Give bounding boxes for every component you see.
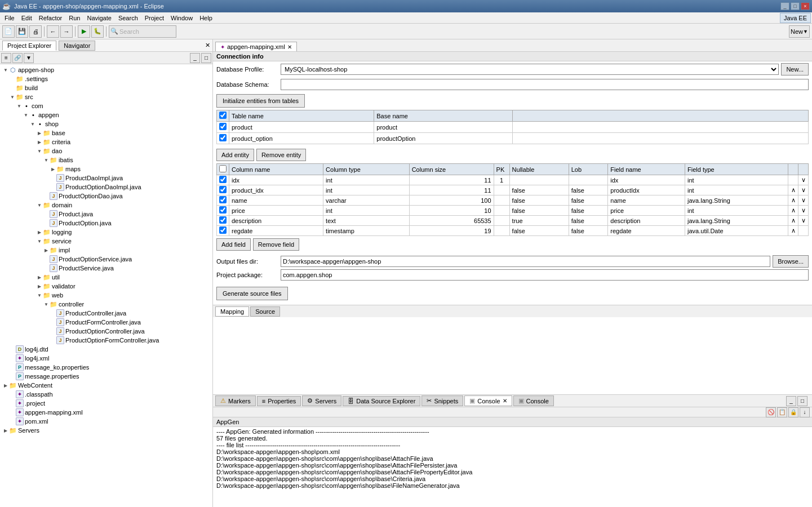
console-tab-console2[interactable]: ▣ Console bbox=[513, 395, 554, 406]
tree-item[interactable]: Pmessage.properties bbox=[0, 372, 212, 381]
tree-toggle-icon[interactable]: ▼ bbox=[36, 293, 43, 298]
tree-item[interactable]: ▼📁web bbox=[0, 291, 212, 300]
field-up-btn[interactable]: ∧ bbox=[788, 206, 798, 216]
add-entity-btn[interactable]: Add entity bbox=[216, 149, 254, 161]
tree-item[interactable]: ✦.classpath bbox=[0, 390, 212, 399]
tree-item[interactable]: JProduct.java bbox=[0, 210, 212, 219]
editor-tab-mapping-xml[interactable]: ✦ appgen-mapping.xml ✕ bbox=[215, 42, 297, 51]
maximize-btn[interactable]: □ bbox=[791, 2, 800, 10]
tree-item[interactable]: ▼•com bbox=[0, 101, 212, 110]
tree-item[interactable]: ✦pom.xml bbox=[0, 417, 212, 426]
add-field-btn[interactable]: Add field bbox=[216, 238, 251, 251]
tree-toggle-icon[interactable]: ▼ bbox=[36, 203, 43, 208]
tree-item[interactable]: JProductService.java bbox=[0, 264, 212, 273]
console1-close-btn[interactable]: ✕ bbox=[503, 398, 507, 404]
tree-item[interactable]: JProductController.java bbox=[0, 309, 212, 318]
field-down-btn[interactable]: ∨ bbox=[798, 216, 809, 226]
console-copy-btn[interactable]: 📋 bbox=[777, 407, 787, 417]
field-row-check[interactable] bbox=[219, 176, 227, 183]
tree-toggle-icon[interactable]: ▼ bbox=[43, 158, 50, 163]
tree-item[interactable]: ▶📁criteria bbox=[0, 137, 212, 146]
remove-entity-btn[interactable]: Remove entity bbox=[256, 149, 306, 161]
field-up-btn[interactable] bbox=[788, 175, 798, 185]
console-tab-servers[interactable]: ⚙ Servers bbox=[302, 395, 341, 406]
field-down-btn[interactable]: ∨ bbox=[798, 185, 809, 195]
tree-item[interactable]: JProductOptionFormController.java bbox=[0, 336, 212, 345]
panel-close-btn[interactable]: ✕ bbox=[205, 42, 210, 49]
table-check-all[interactable] bbox=[219, 112, 227, 119]
tree-toggle-icon[interactable]: ▼ bbox=[29, 122, 36, 127]
search-btn[interactable]: 🔍 Search bbox=[109, 25, 176, 38]
save-btn[interactable]: 💾 bbox=[16, 25, 28, 38]
menu-help[interactable]: Help bbox=[196, 14, 216, 23]
remove-field-btn[interactable]: Remove field bbox=[253, 238, 299, 251]
field-up-btn[interactable]: ∧ bbox=[788, 195, 798, 206]
menu-project[interactable]: Project bbox=[141, 14, 167, 23]
output-dir-input[interactable] bbox=[281, 256, 770, 267]
menu-file[interactable]: File bbox=[1, 14, 18, 23]
field-row-check[interactable] bbox=[219, 186, 227, 193]
titlebar-controls[interactable]: _ □ × bbox=[780, 2, 810, 10]
console-tab-snippets[interactable]: ✂ Snippets bbox=[421, 395, 463, 406]
tree-item[interactable]: ▶📁logging bbox=[0, 228, 212, 237]
console-tab-properties[interactable]: ≡ Properties bbox=[257, 396, 301, 406]
field-down-btn[interactable]: ∨ bbox=[798, 206, 809, 216]
field-row-check[interactable] bbox=[219, 196, 227, 203]
tree-item[interactable]: ▼•shop bbox=[0, 119, 212, 128]
tree-item[interactable]: ▼•appgen bbox=[0, 110, 212, 119]
tree-item[interactable]: ▶📁base bbox=[0, 128, 212, 137]
console-tab-datasource[interactable]: 🗄 Data Source Explorer bbox=[343, 396, 420, 406]
menu-navigate[interactable]: Navigate bbox=[83, 14, 114, 23]
minimize-btn[interactable]: _ bbox=[780, 2, 789, 10]
tree-item[interactable]: 📁.settings bbox=[0, 74, 212, 83]
maximize-view-btn[interactable]: □ bbox=[201, 53, 211, 63]
tree-toggle-icon[interactable]: ▼ bbox=[36, 149, 43, 154]
console-clear-btn[interactable]: 🚫 bbox=[766, 407, 776, 417]
tree-toggle-icon[interactable]: ▶ bbox=[2, 383, 9, 388]
tree-item[interactable]: ▼📁service bbox=[0, 237, 212, 246]
table-row-check[interactable] bbox=[219, 123, 227, 130]
tree-toggle-icon[interactable]: ▶ bbox=[36, 131, 43, 136]
project-pkg-input[interactable] bbox=[281, 269, 809, 281]
field-row-check[interactable] bbox=[219, 216, 227, 224]
mapping-tab-mapping[interactable]: Mapping bbox=[215, 306, 249, 317]
tree-item[interactable]: Dlog4j.dtd bbox=[0, 345, 212, 354]
field-row[interactable]: product_idx int 11 false false productId… bbox=[217, 185, 809, 195]
field-up-btn[interactable]: ∧ bbox=[788, 226, 798, 236]
tree-item[interactable]: ▶📁Servers bbox=[0, 426, 212, 435]
tree-item[interactable]: ▶📁impl bbox=[0, 246, 212, 255]
field-up-btn[interactable]: ∧ bbox=[788, 216, 798, 226]
tree-item[interactable]: JProductOptionController.java bbox=[0, 327, 212, 336]
back-btn[interactable]: ← bbox=[47, 25, 59, 38]
tree-toggle-icon[interactable]: ▼ bbox=[23, 113, 29, 118]
tree-toggle-icon[interactable]: ▼ bbox=[36, 239, 43, 244]
tree-item[interactable]: JProductOption.java bbox=[0, 219, 212, 228]
tree-item[interactable]: ▼⬡appgen-shop bbox=[0, 65, 212, 74]
field-row[interactable]: regdate timestamp 19 false false regdate… bbox=[217, 226, 809, 236]
field-down-btn[interactable]: ∨ bbox=[798, 195, 809, 206]
menu-search[interactable]: Search bbox=[115, 14, 141, 23]
tree-toggle-icon[interactable]: ▶ bbox=[36, 230, 43, 235]
console-tab-markers[interactable]: ⚠ Markers bbox=[215, 395, 256, 406]
fwd-btn[interactable]: → bbox=[60, 25, 73, 38]
menu-refactor[interactable]: Refactor bbox=[36, 14, 66, 23]
tree-toggle-icon[interactable]: ▶ bbox=[50, 167, 56, 172]
tree-item[interactable]: ✦appgen-mapping.xml bbox=[0, 408, 212, 417]
tree-item[interactable]: ▼📁controller bbox=[0, 300, 212, 309]
console-scroll-end-btn[interactable]: ↓ bbox=[800, 407, 810, 417]
new-btn[interactable]: 📄 bbox=[2, 25, 15, 38]
tree-item[interactable]: JProductOptionService.java bbox=[0, 255, 212, 264]
field-down-btn[interactable] bbox=[798, 226, 809, 236]
db-schema-input[interactable] bbox=[281, 79, 809, 90]
tree-item[interactable]: 📁build bbox=[0, 83, 212, 92]
tree-item[interactable]: ▼📁dao bbox=[0, 146, 212, 155]
tab-navigator[interactable]: Navigator bbox=[59, 41, 95, 51]
tree-toggle-icon[interactable]: ▶ bbox=[36, 140, 43, 145]
tree-item[interactable]: ▶📁util bbox=[0, 273, 212, 282]
tree-item[interactable]: ▼📁src bbox=[0, 92, 212, 101]
tab-project-explorer[interactable]: Project Explorer bbox=[2, 41, 56, 51]
field-check-all[interactable] bbox=[219, 165, 227, 172]
console-scroll-lock-btn[interactable]: 🔒 bbox=[788, 407, 798, 417]
field-row[interactable]: idx int 11 1 idx int ∨ bbox=[217, 175, 809, 185]
db-profile-select[interactable]: MySQL-localhost-shop bbox=[281, 64, 779, 75]
